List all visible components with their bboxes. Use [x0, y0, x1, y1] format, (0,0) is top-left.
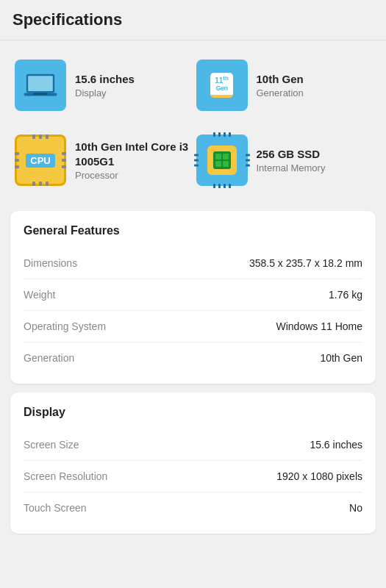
- svg-rect-3: [33, 93, 47, 94]
- spec-row: Screen Size 15.6 inches: [24, 429, 362, 460]
- spec-icon-label-memory: Internal Memory: [257, 162, 326, 173]
- spec-icon-processor: CPU 10th Gen Intel Core i3 1005G1 Proces…: [15, 127, 190, 193]
- spec-label: Generation: [24, 352, 193, 364]
- header: Specifications: [0, 0, 386, 40]
- spec-icon-value-processor: 10th Gen Intel Core i3 1005G1: [75, 140, 190, 168]
- spec-value: 1.76 kg: [193, 289, 363, 301]
- spec-row: Dimensions 358.5 x 235.7 x 18.2 mm: [24, 248, 362, 279]
- specs-icons-grid: 15.6 inches Display 11th Gen 10th Gen Ge…: [0, 40, 386, 205]
- section-general: General Features Dimensions 358.5 x 235.…: [10, 211, 376, 384]
- spec-label: Screen Size: [24, 439, 193, 451]
- spec-icon-label-generation: Generation: [257, 87, 304, 98]
- spec-icon-value-generation: 10th Gen: [257, 72, 304, 87]
- spec-icon-text-generation: 10th Gen Generation: [257, 72, 304, 99]
- spec-label: Weight: [24, 289, 193, 301]
- spec-value: Windows 11 Home: [193, 320, 363, 332]
- spec-label: Screen Resolution: [24, 470, 193, 482]
- spec-label: Operating System: [24, 320, 193, 332]
- spec-label: Dimensions: [24, 257, 193, 269]
- section-title-display: Display: [24, 406, 362, 419]
- spec-value: 358.5 x 235.7 x 18.2 mm: [193, 257, 363, 269]
- spec-icon-text-processor: 10th Gen Intel Core i3 1005G1 Processor: [75, 140, 190, 181]
- spec-value: 10th Gen: [193, 352, 363, 364]
- spec-icon-text-memory: 256 GB SSD Internal Memory: [257, 147, 326, 174]
- spec-icon-label-display: Display: [75, 87, 135, 98]
- svg-rect-1: [28, 76, 53, 91]
- spec-row: Touch Screen No: [24, 492, 362, 523]
- spec-icon-display: 15.6 inches Display: [15, 52, 190, 118]
- spec-label: Touch Screen: [24, 502, 193, 514]
- spec-value: No: [193, 502, 363, 514]
- section-title-general: General Features: [24, 224, 362, 237]
- spec-value: 1920 x 1080 pixels: [193, 470, 363, 482]
- page-title: Specifications: [12, 10, 374, 29]
- spec-icon-memory: 256 GB SSD Internal Memory: [196, 127, 372, 193]
- spec-row: Screen Resolution 1920 x 1080 pixels: [24, 460, 362, 492]
- spec-row: Weight 1.76 kg: [24, 279, 362, 310]
- spec-icon-label-processor: Processor: [75, 170, 190, 181]
- section-display: Display Screen Size 15.6 inches Screen R…: [10, 392, 376, 534]
- spec-icon-text-display: 15.6 inches Display: [75, 72, 135, 99]
- spec-icon-generation: 11th Gen 10th Gen Generation: [196, 52, 372, 118]
- spec-value: 15.6 inches: [193, 439, 363, 451]
- spec-row: Operating System Windows 11 Home: [24, 310, 362, 342]
- spec-icon-value-memory: 256 GB SSD: [257, 147, 326, 162]
- spec-icon-value-display: 15.6 inches: [75, 72, 135, 87]
- spec-row: Generation 10th Gen: [24, 342, 362, 373]
